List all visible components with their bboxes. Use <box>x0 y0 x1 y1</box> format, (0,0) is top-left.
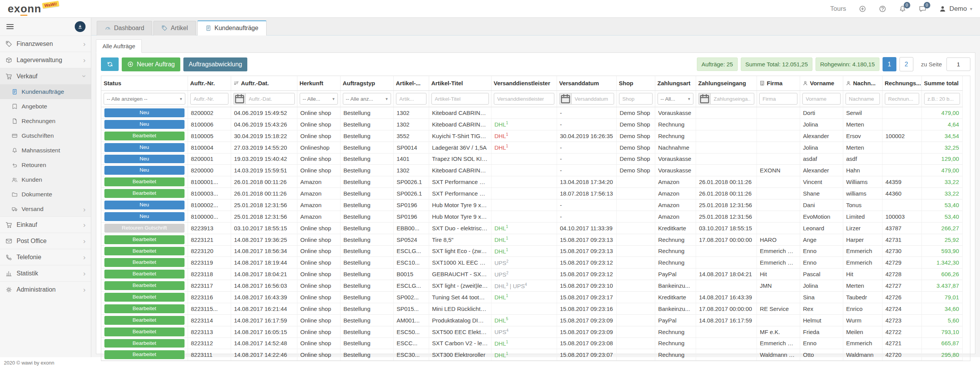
filter-input-zahlungseingang[interactable] <box>710 93 754 105</box>
calendar-icon[interactable] <box>233 93 245 105</box>
sidebar-item-verkauf[interactable]: Verkauf› <box>0 68 91 84</box>
order-row[interactable]: Bearbeitet8100001...26.01.2018 00:11:26A… <box>101 176 962 188</box>
column-header-vorname[interactable]: Vorname <box>800 76 843 91</box>
tab-artikel[interactable]: Artikel <box>153 21 196 35</box>
filter-input-artikel_nr[interactable] <box>396 93 426 105</box>
sidebar-item-versand[interactable]: Versand› <box>0 202 91 216</box>
order-row[interactable]: Bearbeitet822311614.08.2017 16:43:39Onli… <box>101 292 962 303</box>
order-row[interactable]: Bearbeitet8223115...14.08.2017 16:21:44O… <box>101 303 962 314</box>
column-header-auftragstyp[interactable]: Auftragstyp <box>340 76 393 91</box>
order-row[interactable]: Bearbeitet822312114.08.2017 19:36:25Onli… <box>101 234 962 245</box>
refresh-button[interactable] <box>101 57 119 71</box>
filter-input-firma[interactable] <box>759 93 797 105</box>
order-row[interactable]: Bearbeitet822311814.08.2017 18:04:21Onli… <box>101 268 962 280</box>
tab-kundenaufträge[interactable]: Kundenaufträge <box>197 20 267 35</box>
order-row[interactable]: Neu8100002...25.01.2018 12:31:56AmazonBe… <box>101 199 962 211</box>
tours-link[interactable]: Tours <box>830 5 846 13</box>
filter-input-versanddatum[interactable] <box>571 93 614 105</box>
column-header-firma[interactable]: Firma <box>757 76 800 91</box>
goto-page-input[interactable] <box>946 57 970 71</box>
column-header-summe[interactable]: Summe total <box>921 76 962 91</box>
messages-button[interactable]: 0 <box>919 5 926 13</box>
calendar-icon[interactable] <box>698 93 710 105</box>
column-header-artikel_titel[interactable]: Artikel-Titel <box>429 76 491 91</box>
new-order-button[interactable]: Neuer Auftrag <box>122 57 180 71</box>
order-row[interactable]: Bearbeitet822311114.08.2017 14:22:46Onli… <box>101 349 962 361</box>
column-header-auftr_nr[interactable]: Auftr.-Nr. <box>188 76 231 91</box>
sidebar-item-kunden[interactable]: Kunden <box>0 172 91 187</box>
notifications-button[interactable]: 0 <box>899 5 906 13</box>
sidebar-item-kundenaufträge[interactable]: Kundenaufträge <box>0 84 91 99</box>
sidebar-item-post-office[interactable]: Post Office› <box>0 233 91 249</box>
calendar-icon[interactable] <box>559 93 571 105</box>
order-row[interactable]: Bearbeitet822311214.08.2017 14:52:48Onli… <box>101 338 962 349</box>
order-processing-button[interactable]: Auftragsabwicklung <box>183 57 248 71</box>
column-header-shop[interactable]: Shop <box>616 76 655 91</box>
app-logo[interactable]: exonn WaWi! <box>8 3 59 14</box>
sidebar-item-telefonie[interactable]: Telefonie› <box>0 249 91 265</box>
order-row[interactable]: Neu8100000...25.01.2018 12:31:56AmazonBe… <box>101 211 962 222</box>
column-header-rechnung[interactable]: Rechnungs... <box>882 76 921 91</box>
order-row[interactable]: Bearbeitet822312014.08.2017 18:56:34Onli… <box>101 245 962 257</box>
column-header-artikel_nr[interactable]: Artikel-... <box>393 76 429 91</box>
filter-select-zahlungsart[interactable]: -- All...▾ <box>658 93 693 105</box>
cell-herkunft: Amazon <box>297 211 340 222</box>
user-menu[interactable]: Demo ▾ <box>939 5 972 13</box>
column-header-herkunft[interactable]: Herkunft <box>297 76 340 91</box>
filter-select-auftragstyp[interactable]: -- Alle anz...▾ <box>343 93 391 105</box>
add-button[interactable] <box>859 5 866 13</box>
sidebar-collapse-button[interactable] <box>75 21 86 32</box>
sidebar-item-rechnungen[interactable]: Rechnungen <box>0 114 91 128</box>
column-header-zahlungsart[interactable]: Zahlungsart <box>655 76 696 91</box>
help-button[interactable] <box>879 5 886 13</box>
order-row[interactable]: Neu820000204.06.2019 15:49:52Online shop… <box>101 107 962 119</box>
sidebar-item-finanzwesen[interactable]: Finanzwesen› <box>0 35 91 52</box>
filter-input-summe[interactable] <box>924 93 960 105</box>
filter-input-nachname[interactable] <box>846 93 880 105</box>
filter-input-rechnung[interactable] <box>885 93 919 105</box>
sidebar-item-einkauf[interactable]: Einkauf› <box>0 216 91 233</box>
order-row[interactable]: Bearbeitet822311914.08.2017 18:19:44Onli… <box>101 257 962 268</box>
filter-select-status[interactable]: -- Alle anzeigen --▾ <box>104 93 185 105</box>
cell-status: Bearbeitet <box>101 338 188 349</box>
cell-versand: UPS2 <box>491 268 557 280</box>
column-header-zahlungseingang[interactable]: Zahlungseingang <box>696 76 757 91</box>
filter-select-herkunft[interactable]: -- Alle...▾ <box>300 93 338 105</box>
sidebar-item-statistik[interactable]: Statistik› <box>0 265 91 281</box>
tab-dashboard[interactable]: Dashboard <box>97 21 152 35</box>
sidebar-item-gutschriften[interactable]: Gutschriften <box>0 128 91 143</box>
filter-input-auftr_dat[interactable] <box>245 93 295 105</box>
sort-icon <box>233 80 239 86</box>
order-row[interactable]: Neu810000427.03.2019 14:55:20OnlineshopB… <box>101 142 962 153</box>
order-row[interactable]: Neu820000014.03.2019 15:59:51Online shop… <box>101 165 962 176</box>
order-row[interactable]: Bearbeitet822311714.08.2017 16:56:03Onli… <box>101 280 962 292</box>
sidebar-item-lagerverwaltung[interactable]: Lagerverwaltung› <box>0 52 91 68</box>
order-row[interactable]: Bearbeitet822311414.08.2017 16:17:59Onli… <box>101 314 962 326</box>
sidebar-item-mahnassistent[interactable]: Mahnassistent <box>0 143 91 158</box>
order-row[interactable]: Neu810000604.06.2019 15:43:26Online shop… <box>101 118 962 130</box>
page-button-2[interactable]: 2 <box>899 57 913 71</box>
order-row[interactable]: Bearbeitet822311314.08.2017 16:05:15Onli… <box>101 326 962 338</box>
sidebar-item-administration[interactable]: Administration› <box>0 281 91 297</box>
order-row[interactable]: Bearbeitet810000530.04.2019 15:18:22Onli… <box>101 130 962 142</box>
order-row[interactable]: Bearbeitet8100003...26.01.2018 00:11:26A… <box>101 188 962 199</box>
column-header-status[interactable]: Status <box>101 76 188 91</box>
cell-status: Neu <box>101 107 188 119</box>
sidebar-item-retouren[interactable]: Retouren <box>0 158 91 172</box>
column-header-auftr_dat[interactable]: Auftr.-Dat. <box>231 76 297 91</box>
hamburger-menu-icon[interactable] <box>5 22 15 31</box>
order-row[interactable]: Retouren Gutschrift822391303.10.2017 18:… <box>101 222 962 234</box>
filter-input-shop[interactable] <box>619 93 653 105</box>
filter-input-versand[interactable] <box>494 93 554 105</box>
sidebar-item-dokumente[interactable]: Dokumente <box>0 187 91 202</box>
sidebar-item-angebote[interactable]: Angebote <box>0 99 91 114</box>
filter-input-artikel_titel[interactable] <box>431 93 489 105</box>
column-header-nachname[interactable]: Nachn... <box>843 76 882 91</box>
column-header-versanddatum[interactable]: Versanddatum <box>557 76 616 91</box>
column-header-versand[interactable]: Versanddienstleister <box>491 76 557 91</box>
tab-alle-auftraege[interactable]: Alle Aufträge <box>96 39 142 53</box>
page-button-1[interactable]: 1 <box>883 57 896 71</box>
filter-input-auftr_nr[interactable] <box>190 93 228 105</box>
filter-input-vorname[interactable] <box>802 93 841 105</box>
order-row[interactable]: Neu820000119.03.2019 15:40:42Online shop… <box>101 153 962 165</box>
